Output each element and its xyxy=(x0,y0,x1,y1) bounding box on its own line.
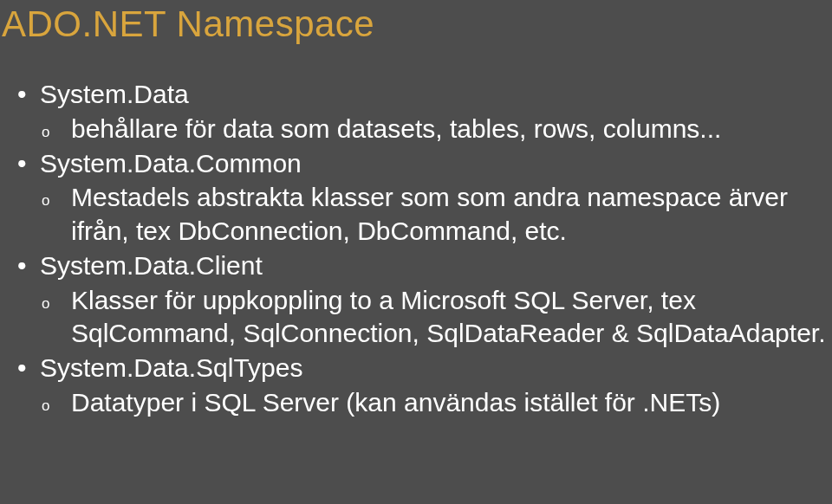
sub-list: Datatyper i SQL Server (kan användas ist… xyxy=(40,386,832,419)
slide-body: System.Data behållare för data som datas… xyxy=(0,78,832,419)
slide-title: ADO.NET Namespace xyxy=(2,3,832,45)
sub-item: Klasser för uppkoppling to a Microsoft S… xyxy=(40,284,832,351)
sub-text: behållare för data som datasets, tables,… xyxy=(71,114,721,143)
sub-item: Mestadels abstrakta klasser som som andr… xyxy=(40,181,832,248)
sub-text: Datatyper i SQL Server (kan användas ist… xyxy=(71,388,720,417)
item-label: System.Data.Common xyxy=(40,149,302,178)
list-item: System.Data.Client Klasser för uppkoppli… xyxy=(16,249,832,350)
list-item: System.Data.SqlTypes Datatyper i SQL Ser… xyxy=(16,352,832,419)
bullet-list: System.Data behållare för data som datas… xyxy=(16,78,832,419)
list-item: System.Data.Common Mestadels abstrakta k… xyxy=(16,147,832,248)
slide: ADO.NET Namespace System.Data behållare … xyxy=(0,0,832,504)
sub-list: Klasser för uppkoppling to a Microsoft S… xyxy=(40,284,832,351)
sub-list: Mestadels abstrakta klasser som som andr… xyxy=(40,181,832,248)
item-label: System.Data.SqlTypes xyxy=(40,353,302,382)
sub-text: Mestadels abstrakta klasser som som andr… xyxy=(71,183,788,244)
sub-item: behållare för data som datasets, tables,… xyxy=(40,113,832,145)
sub-text: Klasser för uppkoppling to a Microsoft S… xyxy=(71,286,826,347)
list-item: System.Data behållare för data som datas… xyxy=(16,78,832,145)
sub-item: Datatyper i SQL Server (kan användas ist… xyxy=(40,386,832,419)
sub-list: behållare för data som datasets, tables,… xyxy=(40,113,832,145)
item-label: System.Data xyxy=(40,80,189,108)
item-label: System.Data.Client xyxy=(40,251,263,280)
